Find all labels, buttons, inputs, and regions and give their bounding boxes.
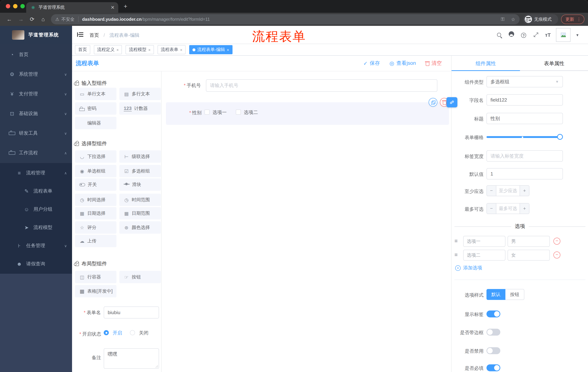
reload-icon[interactable]: ⟳ bbox=[30, 16, 34, 23]
view-json-button[interactable]: ◎查看json bbox=[389, 60, 416, 67]
form-grid-slider[interactable] bbox=[486, 134, 563, 140]
status-off-radio[interactable] bbox=[130, 330, 135, 335]
option-value-input[interactable]: 女 bbox=[508, 250, 550, 261]
component-item-按钮[interactable]: ☞按钮 bbox=[119, 271, 161, 283]
tab-component-props[interactable]: 组件属性 bbox=[452, 56, 520, 71]
sidebar-logo[interactable]: 芋道管理系统 bbox=[0, 26, 72, 44]
component-item-滑块[interactable]: 滑块 bbox=[119, 178, 161, 191]
close-icon[interactable]: × bbox=[148, 47, 151, 52]
component-item-多行文本[interactable]: ▤多行文本 bbox=[119, 88, 161, 100]
password-key-icon[interactable]: ⚿ bbox=[501, 16, 504, 22]
component-type-select[interactable]: 多选框组▼ bbox=[486, 76, 563, 87]
component-item-下拉选择[interactable]: ◡下拉选择 bbox=[75, 150, 116, 163]
back-icon[interactable]: ← bbox=[7, 16, 12, 23]
sidebar-item-请假查询[interactable]: ☻请假查询 bbox=[0, 255, 72, 273]
tag-流程模型[interactable]: 流程模型× bbox=[126, 45, 154, 54]
component-item-时间范围[interactable]: ◷时间范围 bbox=[119, 194, 161, 206]
close-icon[interactable]: × bbox=[116, 47, 119, 52]
toggle-显示标签[interactable] bbox=[486, 310, 500, 317]
sidebar-item-研发工具[interactable]: 研发工具∨ bbox=[0, 124, 72, 142]
sidebar-item-用户分组[interactable]: ☺用户分组 bbox=[0, 200, 72, 218]
component-item-计数器[interactable]: 123计数器 bbox=[119, 102, 161, 115]
search-icon[interactable] bbox=[497, 31, 501, 39]
status-on-label[interactable]: 开启 bbox=[113, 330, 122, 336]
option-label-input[interactable]: 选项二 bbox=[463, 250, 505, 261]
sidebar-item-流程表单[interactable]: ✎流程表单 bbox=[0, 182, 72, 200]
option-label-input[interactable]: 选项一 bbox=[463, 236, 505, 247]
clear-button[interactable]: 清空 bbox=[425, 60, 442, 67]
sidebar-item-首页[interactable]: ◔首页 bbox=[0, 45, 72, 64]
status-on-radio[interactable] bbox=[104, 330, 109, 335]
drag-handle-icon[interactable]: ≡ bbox=[454, 252, 458, 258]
sidebar-collapse-icon[interactable] bbox=[77, 32, 83, 37]
toggle-是否必填[interactable] bbox=[486, 364, 500, 371]
font-size-icon[interactable]: ᴛT bbox=[545, 31, 551, 39]
browser-tab[interactable]: ❋ 芋道管理系统 ✕ bbox=[26, 2, 118, 13]
tag-首页[interactable]: 首页 bbox=[75, 45, 90, 54]
component-item-行容器[interactable]: ◫行容器 bbox=[75, 271, 116, 283]
fullscreen-icon[interactable]: ⤢ bbox=[533, 31, 538, 39]
option-value-input[interactable]: 男 bbox=[508, 236, 550, 247]
sidebar-item-任务管理[interactable]: ⊦任务管理∨ bbox=[0, 237, 72, 255]
tag-流程定义[interactable]: 流程定义× bbox=[94, 45, 122, 54]
option-style-default[interactable]: 默认 bbox=[486, 289, 505, 300]
component-item-上传[interactable]: ☁上传 bbox=[75, 235, 116, 247]
bookmark-star-icon[interactable]: ☆ bbox=[511, 17, 515, 22]
component-item-单选框组[interactable]: ◉单选框组 bbox=[75, 165, 116, 177]
phone-field-input[interactable]: 请输入手机号 bbox=[206, 79, 437, 92]
minus-icon[interactable]: − bbox=[487, 203, 496, 214]
sidebar-item-基础设施[interactable]: ⊡基础设施∨ bbox=[0, 105, 72, 123]
component-item-开关[interactable]: 开关 bbox=[75, 178, 116, 191]
sidebar-item-流程模型[interactable]: ➤流程模型 bbox=[0, 218, 72, 237]
checkbox-icon[interactable] bbox=[236, 110, 241, 115]
slider-track[interactable] bbox=[486, 136, 563, 138]
update-button[interactable]: 更新 ⋮ bbox=[561, 15, 584, 24]
plus-icon[interactable]: + bbox=[520, 186, 529, 196]
max-select-input[interactable]: 最多可选 bbox=[496, 203, 520, 214]
toggle-是否禁用[interactable] bbox=[486, 347, 500, 354]
gender-option-2[interactable]: 选项二 bbox=[236, 109, 258, 116]
sidebar-item-工作流程[interactable]: 工作流程∧ bbox=[0, 144, 72, 162]
avatar-caret-icon[interactable]: ▼ bbox=[576, 33, 579, 37]
sidebar-item-支付管理[interactable]: ¥支付管理∨ bbox=[0, 85, 72, 103]
option-style-button[interactable]: 按钮 bbox=[505, 289, 524, 300]
remove-option-button[interactable]: − bbox=[553, 238, 560, 244]
remove-option-button[interactable]: − bbox=[553, 252, 560, 258]
component-item-编辑器[interactable]: 编辑器 bbox=[75, 117, 116, 129]
component-item-日期范围[interactable]: ▦日期范围 bbox=[119, 207, 161, 220]
title-input[interactable]: 性别 bbox=[486, 113, 563, 124]
sidebar-item-系统管理[interactable]: ⚙系统管理∨ bbox=[0, 65, 72, 83]
save-button[interactable]: ✓保存 bbox=[363, 60, 380, 67]
component-item-颜色选择[interactable]: ⊛颜色选择 bbox=[119, 221, 161, 234]
close-window-button[interactable] bbox=[6, 4, 10, 8]
toggle-是否带边框[interactable] bbox=[486, 329, 500, 336]
plus-icon[interactable]: + bbox=[520, 203, 529, 214]
new-tab-button[interactable]: + bbox=[124, 3, 127, 10]
slider-handle[interactable] bbox=[557, 134, 563, 140]
form-name-input[interactable]: biubiu bbox=[104, 307, 159, 319]
component-item-级联选择[interactable]: ⊢级联选择 bbox=[119, 150, 161, 163]
maximize-window-button[interactable] bbox=[20, 4, 25, 8]
component-item-日期选择[interactable]: ▦日期选择 bbox=[75, 207, 116, 220]
browser-menu-icon[interactable]: ⋮ bbox=[577, 17, 581, 22]
tab-form-props[interactable]: 表单属性 bbox=[520, 56, 588, 71]
component-item-密码[interactable]: 密码 bbox=[75, 102, 116, 115]
drag-handle-icon[interactable]: ≡ bbox=[454, 238, 458, 244]
help-icon[interactable]: ? bbox=[521, 31, 526, 39]
close-icon[interactable]: × bbox=[227, 47, 229, 52]
close-icon[interactable]: × bbox=[180, 47, 182, 52]
add-option-button[interactable]: + 添加选项 bbox=[455, 265, 482, 271]
field-name-input[interactable]: field122 bbox=[486, 94, 563, 106]
tag-流程表单-编辑[interactable]: 流程表单-编辑× bbox=[189, 45, 232, 54]
gender-option-1[interactable]: 选项一 bbox=[204, 109, 227, 116]
sidebar-item-流程管理[interactable]: ≡流程管理∧ bbox=[0, 164, 72, 182]
component-item-评分[interactable]: ☆评分 bbox=[75, 221, 116, 234]
tag-流程表单[interactable]: 流程表单× bbox=[158, 45, 186, 54]
avatar[interactable] bbox=[556, 28, 570, 42]
close-tab-icon[interactable]: ✕ bbox=[111, 5, 115, 10]
minimize-window-button[interactable] bbox=[13, 4, 18, 8]
breadcrumb-home[interactable]: 首页 bbox=[90, 32, 99, 38]
status-off-label[interactable]: 关闭 bbox=[139, 330, 148, 336]
component-item-多选框组[interactable]: ☑多选框组 bbox=[119, 165, 161, 177]
home-icon[interactable]: ⌂ bbox=[42, 16, 45, 23]
